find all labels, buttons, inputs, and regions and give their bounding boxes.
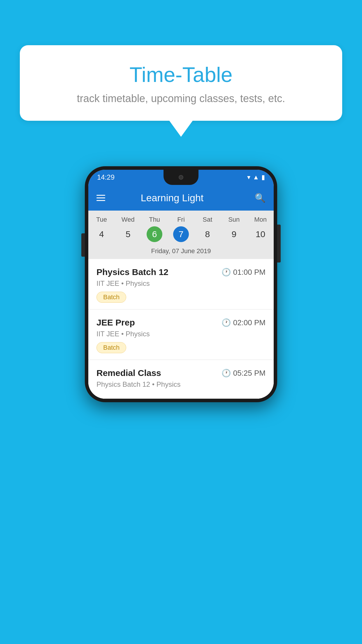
day-number[interactable]: 4 bbox=[94, 226, 109, 242]
day-number[interactable]: 9 bbox=[226, 226, 242, 242]
day-col[interactable]: Thu6 bbox=[141, 216, 168, 242]
schedule-subtitle: IIT JEE • Physics bbox=[96, 330, 266, 338]
day-col[interactable]: Wed5 bbox=[115, 216, 141, 242]
phone-frame: 14:29 ▾ ▲ ▮ Learning Light 🔍 bbox=[85, 166, 277, 402]
speech-bubble-card: Time-Table track timetable, upcoming cla… bbox=[20, 45, 342, 121]
schedule-subtitle: IIT JEE • Physics bbox=[96, 279, 266, 288]
schedule-item[interactable]: Remedial Class🕐05:25 PMPhysics Batch 12 … bbox=[88, 360, 274, 399]
schedule-title: Remedial Class bbox=[96, 368, 161, 378]
status-time: 14:29 bbox=[97, 173, 115, 181]
feature-subtitle: track timetable, upcoming classes, tests… bbox=[43, 92, 319, 105]
status-bar: 14:29 ▾ ▲ ▮ bbox=[88, 170, 274, 185]
day-number[interactable]: 8 bbox=[200, 226, 215, 242]
calendar-section: Tue4Wed5Thu6Fri7Sat8Sun9Mon10 Friday, 07… bbox=[88, 211, 274, 259]
clock-icon: 🕐 bbox=[222, 268, 231, 277]
speech-bubble-arrow bbox=[169, 121, 193, 137]
selected-date-label: Friday, 07 June 2019 bbox=[88, 244, 274, 259]
day-name: Tue bbox=[88, 216, 115, 223]
day-col[interactable]: Sun9 bbox=[221, 216, 247, 242]
batch-tag: Batch bbox=[96, 342, 126, 353]
phone-screen: 14:29 ▾ ▲ ▮ Learning Light 🔍 bbox=[88, 170, 274, 399]
day-number[interactable]: 7 bbox=[173, 226, 189, 242]
schedule-item-header: Remedial Class🕐05:25 PM bbox=[96, 368, 266, 378]
app-title: Learning Light bbox=[96, 192, 248, 204]
day-col[interactable]: Fri7 bbox=[168, 216, 194, 242]
app-bar: Learning Light 🔍 bbox=[88, 185, 274, 211]
clock-icon: 🕐 bbox=[222, 369, 231, 378]
schedule-list: Physics Batch 12🕐01:00 PMIIT JEE • Physi… bbox=[88, 259, 274, 399]
days-row: Tue4Wed5Thu6Fri7Sat8Sun9Mon10 bbox=[88, 211, 274, 244]
schedule-item[interactable]: Physics Batch 12🕐01:00 PMIIT JEE • Physi… bbox=[88, 259, 274, 309]
clock-icon: 🕐 bbox=[222, 318, 231, 327]
search-icon[interactable]: 🔍 bbox=[255, 193, 266, 203]
day-name: Sun bbox=[221, 216, 247, 223]
day-name: Thu bbox=[141, 216, 168, 223]
schedule-time: 🕐01:00 PM bbox=[222, 268, 266, 277]
battery-icon: ▮ bbox=[261, 174, 265, 181]
schedule-subtitle: Physics Batch 12 • Physics bbox=[96, 380, 266, 388]
day-col[interactable]: Sat8 bbox=[194, 216, 221, 242]
speech-bubble-container: Time-Table track timetable, upcoming cla… bbox=[20, 45, 342, 137]
camera-dot bbox=[179, 175, 183, 180]
feature-title: Time-Table bbox=[43, 63, 319, 87]
day-number[interactable]: 10 bbox=[253, 226, 268, 242]
phone-container: 14:29 ▾ ▲ ▮ Learning Light 🔍 bbox=[85, 166, 277, 402]
time-value: 01:00 PM bbox=[233, 268, 266, 277]
day-name: Wed bbox=[115, 216, 141, 223]
day-col[interactable]: Mon10 bbox=[247, 216, 274, 242]
day-name: Sat bbox=[194, 216, 221, 223]
schedule-item[interactable]: JEE Prep🕐02:00 PMIIT JEE • PhysicsBatch bbox=[88, 309, 274, 360]
schedule-item-header: Physics Batch 12🕐01:00 PM bbox=[96, 267, 266, 277]
notch bbox=[164, 170, 198, 185]
day-col[interactable]: Tue4 bbox=[88, 216, 115, 242]
wifi-icon: ▾ bbox=[247, 174, 250, 181]
signal-icon: ▲ bbox=[253, 174, 259, 181]
schedule-title: JEE Prep bbox=[96, 318, 135, 328]
time-value: 02:00 PM bbox=[233, 318, 266, 327]
schedule-time: 🕐05:25 PM bbox=[222, 369, 266, 378]
schedule-item-header: JEE Prep🕐02:00 PM bbox=[96, 318, 266, 328]
day-name: Fri bbox=[168, 216, 194, 223]
day-number[interactable]: 6 bbox=[147, 226, 162, 242]
batch-tag: Batch bbox=[96, 292, 126, 303]
day-number[interactable]: 5 bbox=[120, 226, 136, 242]
schedule-title: Physics Batch 12 bbox=[96, 267, 168, 277]
schedule-time: 🕐02:00 PM bbox=[222, 318, 266, 327]
time-value: 05:25 PM bbox=[233, 369, 266, 378]
status-icons: ▾ ▲ ▮ bbox=[247, 174, 265, 181]
day-name: Mon bbox=[247, 216, 274, 223]
